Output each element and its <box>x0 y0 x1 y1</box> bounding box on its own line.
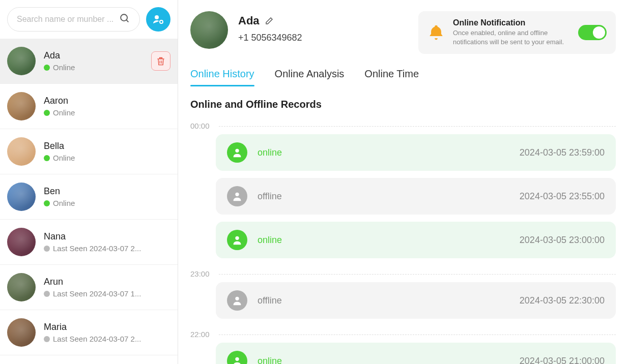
contact-info: Bella Online <box>44 141 75 162</box>
avatar <box>7 47 36 75</box>
svg-line-1 <box>126 20 128 22</box>
avatar <box>7 137 36 166</box>
profile-name-row: Ada <box>238 14 302 27</box>
record-timestamp: 2024-03-05 23:59:00 <box>520 147 605 158</box>
status-dot <box>44 65 50 71</box>
person-icon <box>227 142 247 163</box>
status-dot <box>44 291 50 297</box>
contact-status-text: Last Seen 2024-03-07 2... <box>53 335 141 343</box>
profile-avatar <box>190 11 228 49</box>
notification-text: Online Notification Once enabled, online… <box>453 18 570 47</box>
contact-name: Arun <box>44 277 141 287</box>
delete-button[interactable] <box>151 51 170 71</box>
record-status: offline <box>258 191 282 202</box>
svg-point-2 <box>155 15 159 19</box>
contact-status-text: Online <box>53 63 75 72</box>
contact-status: Last Seen 2024-03-07 1... <box>44 289 141 298</box>
person-icon <box>227 290 247 311</box>
profile-phone: +1 5056349682 <box>238 33 302 43</box>
record-status: online <box>258 356 282 364</box>
time-label: 22:00 <box>190 326 616 343</box>
edit-icon[interactable] <box>265 16 274 25</box>
add-contact-button[interactable] <box>146 7 170 32</box>
contact-status-text: Online <box>53 108 75 117</box>
record-status: online <box>258 235 282 246</box>
notification-card: Online Notification Once enabled, online… <box>418 11 616 54</box>
contact-item[interactable]: Nana Last Seen 2024-03-07 2... <box>0 220 178 265</box>
record-row: offline 2024-03-05 22:30:00 <box>216 282 616 319</box>
search-box[interactable] <box>7 7 140 32</box>
time-label: 23:00 <box>190 265 616 282</box>
notification-toggle[interactable] <box>578 25 607 40</box>
record-list: online 2024-03-05 23:59:00 offline 2024-… <box>190 134 616 258</box>
contact-item[interactable]: Ada Online <box>0 39 178 84</box>
contact-name: Maria <box>44 322 141 332</box>
sidebar: Ada Online Aaron Online Bella Online <box>0 0 178 364</box>
svg-point-6 <box>235 236 239 240</box>
status-dot <box>44 246 50 252</box>
search-input[interactable] <box>17 15 119 24</box>
contact-status-text: Online <box>53 154 75 162</box>
contact-name: Nana <box>44 231 141 242</box>
tabs: Online HistoryOnline AnalysisOnline Time <box>178 54 628 86</box>
contact-item[interactable]: Bella Online <box>0 129 178 174</box>
contact-status: Online <box>44 63 75 72</box>
contact-item[interactable]: Aaron Online <box>0 84 178 129</box>
record-timestamp: 2024-03-05 22:30:00 <box>520 295 605 306</box>
contact-info: Aaron Online <box>44 96 75 117</box>
contact-status-text: Last Seen 2024-03-07 2... <box>53 244 141 253</box>
contact-item[interactable]: Arun Last Seen 2024-03-07 1... <box>0 265 178 310</box>
records-title: Online and Offline Records <box>178 86 628 117</box>
contact-status: Online <box>44 108 75 117</box>
person-icon <box>227 186 247 206</box>
contact-info: Arun Last Seen 2024-03-07 1... <box>44 277 141 298</box>
status-dot <box>44 200 50 206</box>
svg-point-7 <box>235 297 239 300</box>
contact-status: Online <box>44 154 75 162</box>
timeline[interactable]: 00:00 online 2024-03-05 23:59:00 offline… <box>178 117 628 364</box>
main-panel: Ada +1 5056349682 Online Notification On… <box>178 0 628 364</box>
contact-info: Nana Last Seen 2024-03-07 2... <box>44 231 141 253</box>
time-label: 00:00 <box>190 117 616 134</box>
contact-status: Last Seen 2024-03-07 2... <box>44 244 141 253</box>
contact-item[interactable]: Ben Online <box>0 174 178 220</box>
search-icon <box>119 13 130 26</box>
contact-name: Bella <box>44 141 75 151</box>
record-row: online 2024-03-05 23:00:00 <box>216 222 616 258</box>
profile-name: Ada <box>238 14 260 27</box>
contact-status: Online <box>44 199 75 207</box>
person-icon <box>227 351 247 364</box>
contact-name: Ada <box>44 50 75 61</box>
notification-title: Online Notification <box>453 18 570 27</box>
contact-name: Aaron <box>44 96 75 106</box>
record-row: offline 2024-03-05 23:55:00 <box>216 178 616 215</box>
record-list: offline 2024-03-05 22:30:00 <box>190 282 616 319</box>
avatar <box>7 273 36 301</box>
status-dot <box>44 336 50 342</box>
notification-desc: Once enabled, online and offline notific… <box>453 28 570 47</box>
bell-icon <box>427 24 445 41</box>
profile-header: Ada +1 5056349682 Online Notification On… <box>178 11 628 54</box>
status-dot <box>44 110 50 116</box>
svg-point-4 <box>235 149 239 153</box>
contact-status-text: Last Seen 2024-03-07 1... <box>53 289 141 298</box>
record-list: online 2024-03-05 21:00:00 <box>190 343 616 364</box>
tab[interactable]: Online History <box>190 68 254 86</box>
record-status: offline <box>258 295 282 306</box>
profile-text: Ada +1 5056349682 <box>238 11 302 43</box>
contact-info: Maria Last Seen 2024-03-07 2... <box>44 322 141 343</box>
svg-point-5 <box>235 193 239 196</box>
record-timestamp: 2024-03-05 23:00:00 <box>520 235 605 246</box>
avatar <box>7 228 36 256</box>
person-icon <box>227 230 247 250</box>
contact-list[interactable]: Ada Online Aaron Online Bella Online <box>0 39 178 364</box>
record-timestamp: 2024-03-05 23:55:00 <box>520 191 605 202</box>
tab[interactable]: Online Time <box>364 68 419 86</box>
contact-item[interactable]: Maria Last Seen 2024-03-07 2... <box>0 310 178 355</box>
tab[interactable]: Online Analysis <box>275 68 345 86</box>
avatar <box>7 92 36 120</box>
svg-point-8 <box>235 357 239 361</box>
contact-info: Ben Online <box>44 186 75 207</box>
svg-point-0 <box>121 14 127 21</box>
record-status: online <box>258 147 282 158</box>
